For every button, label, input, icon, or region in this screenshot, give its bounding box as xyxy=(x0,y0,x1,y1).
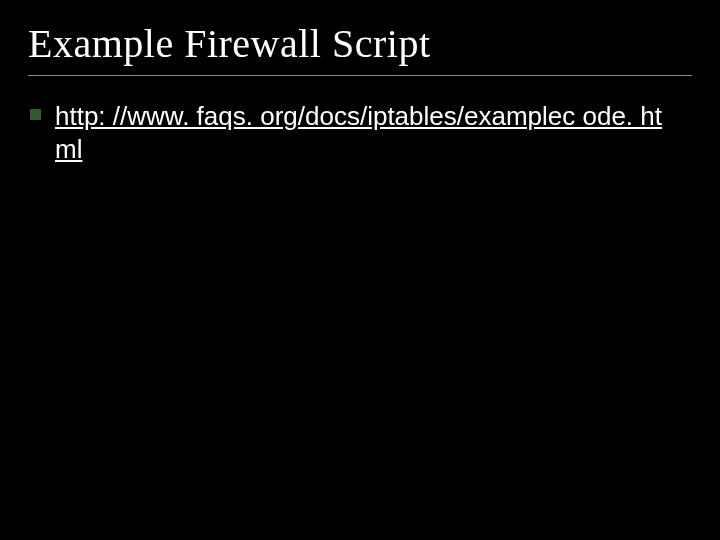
bullet-link-text[interactable]: http: //www. faqs. org/docs/iptables/exa… xyxy=(55,100,675,165)
title-section: Example Firewall Script xyxy=(28,20,692,76)
bullet-item: http: //www. faqs. org/docs/iptables/exa… xyxy=(30,100,692,165)
slide-title: Example Firewall Script xyxy=(28,20,692,67)
slide-container: Example Firewall Script http: //www. faq… xyxy=(0,0,720,540)
slide-content: http: //www. faqs. org/docs/iptables/exa… xyxy=(28,100,692,165)
bullet-square-icon xyxy=(30,109,41,120)
